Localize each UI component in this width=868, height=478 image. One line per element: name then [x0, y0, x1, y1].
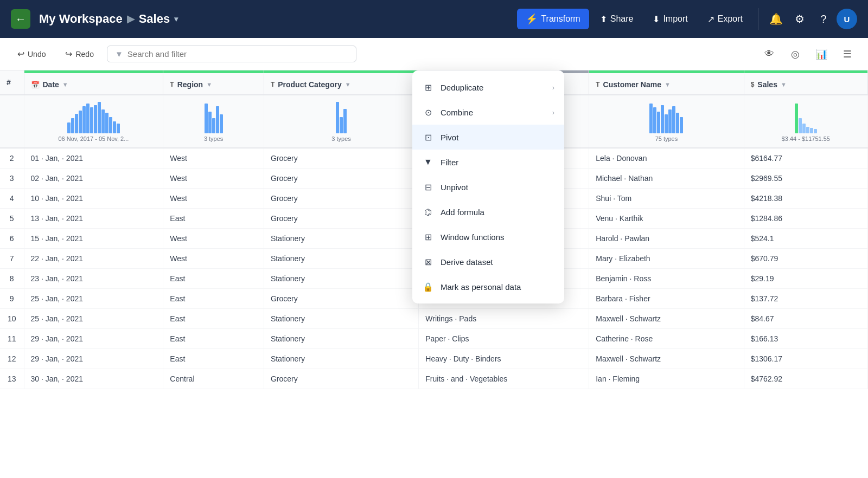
project-label[interactable]: Sales — [139, 12, 170, 26]
unpivot-icon: ⊟ — [422, 181, 434, 193]
personal-label: Mark as personal data — [441, 282, 521, 292]
row-num-cell: 10 — [0, 309, 24, 329]
project-dropdown-arrow[interactable]: ▾ — [174, 15, 178, 23]
product-cat-sort-arrow[interactable]: ▼ — [345, 81, 351, 88]
table-row: 11 29 · Jan, · 2021 East Stationery Pape… — [0, 329, 868, 349]
customer-name-cell: Michael · Nathan — [589, 169, 744, 189]
dropdown-item-filter[interactable]: ▼ Filter — [412, 150, 564, 175]
date-cell: 25 · Jan, · 2021 — [24, 309, 163, 329]
transform-dropdown-menu: ⊞ Deduplicate › ⊙ Combine › ⊡ Pivot ▼ Fi… — [412, 70, 564, 303]
customer-name-cell: Benjamin · Ross — [589, 269, 744, 289]
deduplicate-label: Deduplicate — [441, 83, 483, 92]
share-button[interactable]: ⬆ Share — [591, 10, 642, 29]
combine-label: Combine — [441, 108, 473, 117]
dropdown-item-pivot[interactable]: ⊡ Pivot — [412, 125, 564, 150]
dropdown-item-personal[interactable]: 🔒 Mark as personal data — [412, 274, 564, 299]
col-header-sales[interactable]: $ Sales ▼ — [744, 70, 867, 95]
target-icon[interactable]: ◎ — [786, 44, 805, 64]
user-avatar[interactable]: U — [837, 9, 857, 29]
customer-sort-arrow[interactable]: ▼ — [665, 81, 671, 88]
product-cat-types-label: 3 types — [331, 135, 350, 142]
region-cell: East — [163, 329, 264, 349]
workspace-label[interactable]: My Workspace — [39, 12, 123, 26]
top-nav: ← My Workspace ▶ Sales ▾ ⚡ Transform ⬆ S… — [0, 0, 868, 38]
region-cell: West — [163, 148, 264, 169]
undo-icon: ↩ — [17, 49, 24, 59]
product-category-cell: Stationery — [264, 229, 418, 249]
customer-name-cell: Harold · Pawlan — [589, 229, 744, 249]
date-cell: 01 · Jan, · 2021 — [24, 148, 163, 169]
dropdown-item-deduplicate[interactable]: ⊞ Deduplicate › — [412, 75, 564, 100]
sales-histogram — [795, 101, 817, 133]
redo-button[interactable]: ↪ Redo — [59, 46, 100, 62]
region-histogram — [205, 101, 223, 133]
region-cell: West — [163, 229, 264, 249]
product-category-cell: Grocery — [264, 169, 418, 189]
derive-label: Derive dataset — [441, 257, 493, 267]
filter-icon: ▼ — [115, 49, 123, 59]
region-cell: East — [163, 349, 264, 369]
table-row: 13 30 · Jan, · 2021 Central Grocery Frui… — [0, 369, 868, 389]
customer-name-cell: Maxwell · Schwartz — [589, 349, 744, 369]
dropdown-item-add-formula[interactable]: ⌬ Add formula — [412, 199, 564, 224]
region-cell: East — [163, 269, 264, 289]
help-icon[interactable]: ? — [813, 8, 834, 30]
product-category-cell: Stationery — [264, 309, 418, 329]
dropdown-item-unpivot[interactable]: ⊟ Unpivot — [412, 175, 564, 199]
settings-icon[interactable]: ⚙ — [789, 8, 810, 30]
add-formula-label: Add formula — [441, 208, 484, 217]
region-col-icon: T — [170, 81, 174, 88]
toolbar-right: 👁 ◎ 📊 ☰ — [760, 44, 857, 64]
col-header-region[interactable]: T Region ▼ — [163, 70, 264, 95]
region-cell: West — [163, 169, 264, 189]
region-cell: West — [163, 189, 264, 209]
customer-histogram — [649, 101, 683, 133]
product-cat-histogram — [336, 101, 347, 133]
notifications-icon[interactable]: 🔔 — [765, 8, 787, 30]
deduplicate-icon: ⊞ — [422, 81, 434, 93]
col-header-date[interactable]: 📅 Date ▼ — [24, 70, 163, 95]
dropdown-item-derive[interactable]: ⊠ Derive dataset — [412, 249, 564, 274]
dropdown-item-window[interactable]: ⊞ Window functions — [412, 224, 564, 249]
toolbar: ↩ Undo ↪ Redo ▼ 👁 ◎ 📊 ☰ — [0, 38, 868, 70]
sales-sort-arrow[interactable]: ▼ — [781, 81, 787, 88]
row-num-cell: 3 — [0, 169, 24, 189]
sales-cell: $524.1 — [744, 229, 867, 249]
date-cell: 23 · Jan, · 2021 — [24, 269, 163, 289]
col-header-customer-name[interactable]: T Customer Name ▼ — [589, 70, 744, 95]
submenu-arrow: › — [552, 83, 554, 92]
list-view-icon[interactable]: ☰ — [838, 44, 857, 64]
col-header-product-category[interactable]: T Product Category ▼ — [264, 70, 418, 95]
region-cell: West — [163, 249, 264, 269]
customer-name-cell: Venu · Karthik — [589, 209, 744, 229]
search-filter-box[interactable]: ▼ — [107, 46, 356, 62]
window-icon: ⊞ — [422, 231, 434, 243]
date-cell: 13 · Jan, · 2021 — [24, 209, 163, 229]
customer-types-label: 75 types — [655, 135, 678, 142]
search-input[interactable] — [127, 49, 348, 59]
transform-icon: ⚡ — [526, 13, 538, 25]
product-category-cell: Stationery — [264, 269, 418, 289]
customer-name-cell: Mary · Elizabeth — [589, 249, 744, 269]
region-types-label: 3 types — [204, 135, 223, 142]
back-button[interactable]: ← — [11, 9, 30, 29]
pivot-label: Pivot — [441, 133, 458, 142]
product-category-cell: Grocery — [264, 209, 418, 229]
sales-cell: $137.72 — [744, 289, 867, 309]
export-button[interactable]: ↗ Export — [699, 10, 751, 29]
combine-icon: ⊙ — [422, 106, 434, 118]
date-histogram — [67, 101, 120, 133]
dropdown-item-combine[interactable]: ⊙ Combine › — [412, 100, 564, 125]
export-icon: ↗ — [707, 14, 714, 24]
region-sort-arrow[interactable]: ▼ — [206, 81, 212, 88]
customer-name-cell: Maxwell · Schwartz — [589, 309, 744, 329]
date-sort-arrow[interactable]: ▼ — [62, 81, 68, 88]
transform-button[interactable]: ⚡ Transform — [517, 9, 589, 29]
view-eye-icon[interactable]: 👁 — [760, 44, 779, 64]
chart-icon[interactable]: 📊 — [812, 44, 831, 64]
row-num-cell: 13 — [0, 369, 24, 389]
undo-button[interactable]: ↩ Undo — [11, 46, 52, 62]
nav-divider — [758, 8, 758, 30]
import-button[interactable]: ⬇ Import — [644, 10, 696, 29]
personal-icon: 🔒 — [422, 281, 434, 293]
